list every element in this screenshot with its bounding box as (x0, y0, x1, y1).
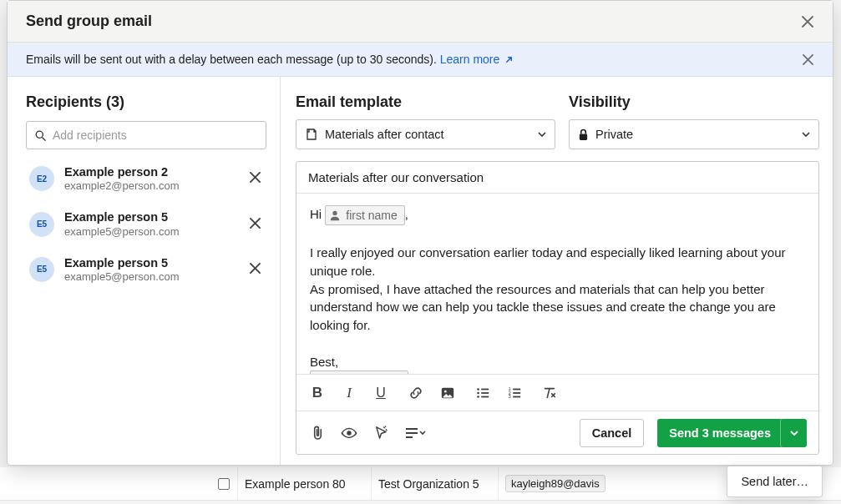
add-recipients-input[interactable] (53, 129, 257, 142)
bold-button[interactable]: B (308, 384, 327, 402)
info-banner: Emails will be sent out with a delay bet… (8, 43, 833, 77)
remove-recipient-button[interactable] (250, 172, 263, 185)
close-icon[interactable] (799, 13, 816, 30)
numbered-list-button[interactable]: 123 (505, 384, 524, 402)
merge-field-firstname[interactable]: first name (325, 205, 404, 225)
svg-point-10 (477, 396, 479, 398)
remove-recipient-button[interactable] (250, 263, 263, 276)
italic-button[interactable]: I (340, 384, 358, 402)
svg-rect-13 (513, 388, 520, 390)
format-toolbar: B I U 123 (296, 374, 818, 411)
avatar: E5 (29, 212, 54, 237)
table-row: Example person 80 Test Organization 5 ka… (0, 467, 841, 501)
cell-name: Example person 80 (237, 467, 371, 500)
svg-rect-15 (513, 392, 520, 394)
send-dropdown-button[interactable] (780, 419, 807, 447)
bulleted-list-button[interactable] (474, 384, 492, 402)
preview-button[interactable] (340, 424, 358, 442)
avatar: E5 (29, 257, 54, 282)
template-select[interactable]: Materials after contact (296, 119, 555, 149)
svg-rect-1 (580, 134, 587, 139)
svg-point-6 (477, 388, 479, 391)
image-button[interactable] (438, 384, 457, 402)
lock-icon (578, 129, 589, 141)
cursor-button[interactable] (372, 424, 390, 442)
background-table: Example person 80 Test Organization 5 ka… (0, 467, 841, 501)
recipients-title: Recipients (3) (26, 93, 266, 111)
send-button[interactable]: Send 3 messages (657, 419, 783, 447)
svg-point-5 (444, 390, 447, 392)
info-text: Emails will be sent out with a delay bet… (26, 53, 514, 66)
visibility-label: Visibility (569, 93, 819, 111)
recipient-row: E5 Example person 5 example5@person.com (26, 247, 266, 292)
row-checkbox[interactable] (210, 478, 237, 490)
cancel-button[interactable]: Cancel (580, 419, 645, 447)
recipient-email: example5@person.com (64, 225, 240, 239)
recipient-name: Example person 2 (64, 164, 240, 179)
action-toolbar: Cancel Send 3 messages (296, 411, 818, 454)
learn-more-link[interactable]: Learn more (440, 53, 514, 66)
template-icon (305, 128, 318, 141)
recipient-email: example2@person.com (64, 179, 240, 193)
email-body[interactable]: Hi first name, I really enjoyed our conv… (296, 194, 818, 374)
svg-rect-9 (481, 392, 489, 394)
cell-org: Test Organization 5 (371, 467, 498, 500)
attach-button[interactable] (308, 424, 327, 442)
svg-rect-11 (481, 396, 489, 397)
recipient-row: E5 Example person 5 example5@person.com (26, 201, 266, 246)
chevron-down-icon (790, 431, 798, 436)
svg-rect-20 (406, 432, 418, 434)
svg-point-8 (477, 391, 479, 394)
banner-close-icon[interactable] (799, 51, 816, 68)
avatar: E2 (29, 166, 54, 191)
recipients-search[interactable] (26, 121, 266, 149)
svg-point-0 (36, 131, 43, 138)
email-subject[interactable]: Materials after our conversation (296, 162, 818, 194)
recipient-name: Example person 5 (64, 209, 240, 224)
link-button[interactable] (407, 384, 425, 402)
signature-button[interactable] (403, 424, 428, 442)
template-label: Email template (296, 93, 555, 111)
recipient-email: example5@person.com (64, 270, 240, 284)
svg-rect-7 (481, 388, 489, 390)
search-icon (35, 130, 46, 141)
svg-point-18 (347, 431, 351, 435)
svg-rect-17 (513, 396, 520, 397)
recipient-row: E2 Example person 2 example2@person.com (26, 156, 266, 201)
remove-recipient-button[interactable] (250, 218, 263, 231)
svg-point-2 (333, 211, 337, 215)
underline-button[interactable]: U (372, 384, 390, 402)
chevron-down-icon (802, 132, 810, 137)
recipient-name: Example person 5 (64, 255, 240, 270)
send-later-item[interactable]: Send later… (741, 475, 808, 488)
modal-title: Send group email (26, 13, 152, 30)
send-group-email-modal: Send group email Emails will be sent out… (7, 0, 833, 466)
send-later-menu[interactable]: Send later… (727, 466, 823, 497)
visibility-select[interactable]: Private (569, 119, 819, 149)
modal-header: Send group email (8, 1, 833, 43)
compose-panel: Email template Materials after contact V… (281, 77, 833, 465)
clear-format-button[interactable] (540, 384, 559, 402)
svg-text:3: 3 (509, 394, 511, 399)
chevron-down-icon (538, 132, 546, 137)
email-editor: Materials after our conversation Hi firs… (296, 161, 819, 455)
svg-rect-19 (406, 428, 418, 430)
svg-rect-21 (406, 436, 413, 438)
recipients-panel: Recipients (3) E2 Example person 2 examp… (8, 77, 281, 465)
cell-email: kayleigh89@davis (498, 467, 612, 500)
